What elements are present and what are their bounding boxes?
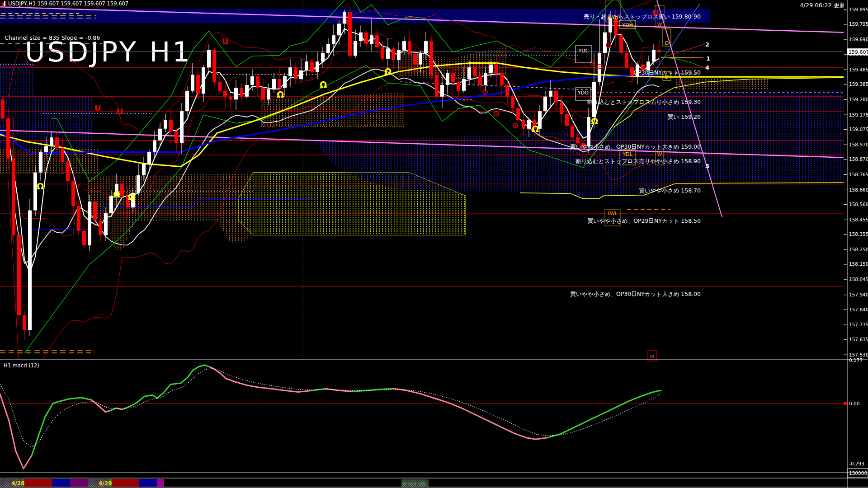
header-symbol-ohlc: USDJPY,H1 159.607 159.607 159.607 159.60… <box>8 0 128 7</box>
candle-body <box>12 158 15 235</box>
candle-body <box>337 23 341 35</box>
price-label: 158.870 <box>849 156 868 162</box>
u-marker: U <box>117 107 123 116</box>
candle-body <box>478 76 482 85</box>
candle-body <box>571 126 574 137</box>
macd-on-label[interactable]: macd ON <box>403 481 426 487</box>
candle-body <box>240 88 243 96</box>
channel-info: Channel size = 835 Slope = -0.86 <box>5 34 100 41</box>
annotation-text: 割り込むとストップロス売りやや小さめ 158.90 <box>576 158 701 164</box>
candle-body <box>511 97 514 108</box>
candle-body <box>169 120 173 131</box>
price-label: 158.250 <box>849 247 868 252</box>
candle-body <box>359 33 363 41</box>
u-marker: U <box>345 17 352 27</box>
candle-body <box>267 89 270 100</box>
price-label: 157.840 <box>849 307 868 312</box>
annotation-text: 買いやや小さめ、OP30日NYカット大きめ 158.00 <box>571 291 701 297</box>
candle-body <box>44 146 48 152</box>
candle-body <box>202 67 205 94</box>
annotation-text: 買いやや小さめ、OP29日NYカット 158.50 <box>588 217 701 224</box>
candle-body <box>283 76 287 88</box>
candle-body <box>120 184 124 196</box>
candle-body <box>310 61 314 72</box>
tag-label-M: M <box>650 354 655 360</box>
candle-body <box>299 70 303 79</box>
omega-marker: Ω <box>113 189 120 199</box>
candle-body <box>294 67 297 79</box>
candle-body <box>554 91 558 103</box>
price-label: 158.045 <box>849 277 868 282</box>
updated-timestamp: 4/29 06:22 更新 <box>800 2 845 9</box>
candle-body <box>603 33 607 53</box>
candle-body <box>462 79 466 91</box>
candle-body <box>77 206 80 231</box>
tag-label-W: W <box>657 151 662 157</box>
candle-body <box>245 85 249 97</box>
tag-label-W: W <box>657 22 662 28</box>
candle-body <box>500 73 504 85</box>
candle-body <box>549 91 552 97</box>
candle-body <box>66 162 70 181</box>
projection-number: 2 <box>705 41 709 48</box>
annotation-text: 割り込むとストップロス売り小さめ 159.30 <box>587 99 701 105</box>
candle-body <box>625 53 628 67</box>
candle-body <box>196 75 200 94</box>
candle-body <box>88 202 91 245</box>
candle-body <box>272 79 276 89</box>
candle-body <box>587 117 590 146</box>
candle-body <box>250 76 254 85</box>
candle-body <box>419 53 422 65</box>
candle-body <box>657 50 661 52</box>
price-label: 158.765 <box>849 172 868 177</box>
timeline-segment <box>139 479 157 487</box>
candle-body <box>175 131 178 143</box>
omega-marker: Ω <box>277 89 284 99</box>
candle-body <box>408 41 411 54</box>
candle-body <box>560 103 563 114</box>
candle-body <box>614 18 618 35</box>
price-label: 158.970 <box>849 142 868 147</box>
tag-label-LWH: LWH <box>608 14 618 20</box>
candle-body <box>381 47 384 59</box>
candle-body <box>397 50 401 60</box>
candle-body <box>505 85 509 97</box>
candle-body <box>316 61 319 72</box>
candle-body <box>543 97 547 111</box>
price-label: 158.660 <box>849 187 868 192</box>
u-marker: U <box>222 37 229 46</box>
candle-body <box>354 41 357 56</box>
candle-body <box>332 35 335 44</box>
candle-body <box>104 213 108 235</box>
candle-body <box>446 73 449 85</box>
candle-body <box>495 65 498 73</box>
candle-body <box>50 137 53 146</box>
candle-body <box>71 181 75 206</box>
macd-axis-label: 0.177 <box>849 357 863 363</box>
annotation-text: 買い 159.20 <box>668 113 701 120</box>
candle-body <box>6 118 10 158</box>
candle-body <box>429 41 433 75</box>
candle-body <box>1 99 5 118</box>
candle-body <box>489 65 493 73</box>
candle-body <box>392 48 395 60</box>
current-price-label: 159.607 <box>849 49 868 55</box>
candle-body <box>402 41 406 50</box>
candle-body <box>191 75 194 91</box>
candle-body <box>413 54 417 65</box>
candle-body <box>137 175 140 193</box>
u-marker: U <box>94 103 101 113</box>
candle-body <box>158 129 162 141</box>
omega-marker: Ω <box>591 116 598 126</box>
candle-body <box>261 88 265 99</box>
price-label: 159.690 <box>849 37 868 42</box>
annotation-text: 買いやや小さめ、OP30日NYカット大きめ 159.00 <box>571 143 701 150</box>
chart-canvas[interactable]: USDJPY H1 2145ΩΩΩΩΩΩΩΩUUUUUOP30日NYカット 15… <box>0 0 868 488</box>
candle-body <box>153 141 156 152</box>
candle-body <box>55 137 59 148</box>
macd-axis-label: 0.00 <box>849 401 859 406</box>
candle-body <box>326 44 330 53</box>
omega-marker: Ω <box>37 181 44 191</box>
candle-body <box>451 73 455 82</box>
projection-number: 4 <box>705 64 709 71</box>
